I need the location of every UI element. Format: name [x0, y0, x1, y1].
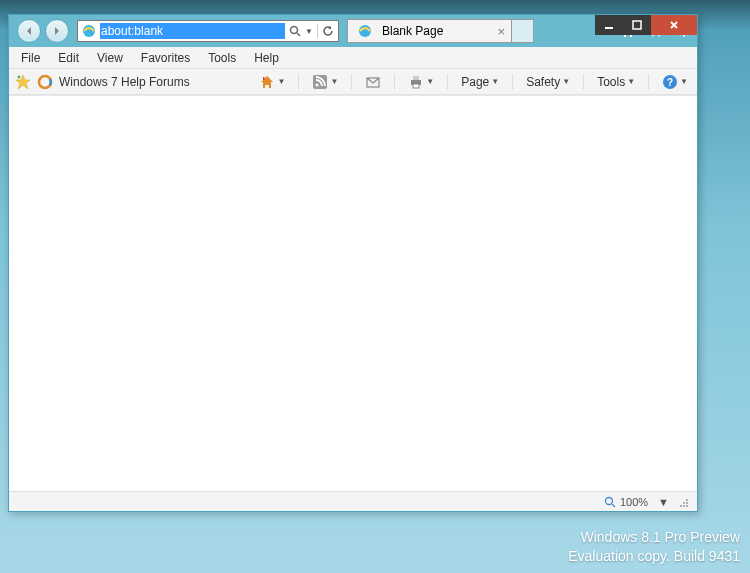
ie-logo-icon [357, 23, 373, 39]
svg-rect-1 [633, 21, 641, 29]
arrow-right-icon [52, 26, 62, 36]
new-tab-button[interactable] [512, 19, 534, 43]
cmd-tools-menu[interactable]: Tools ▼ [594, 73, 638, 91]
cmd-home-button[interactable]: ▼ [256, 72, 288, 92]
watermark-line2: Evaluation copy. Build 9431 [568, 547, 740, 567]
chevron-down-icon: ▼ [680, 77, 688, 86]
menu-view[interactable]: View [89, 49, 131, 67]
svg-text:?: ? [667, 77, 673, 88]
chevron-down-icon[interactable]: ▼ [658, 496, 669, 508]
menu-favorites[interactable]: Favorites [133, 49, 198, 67]
forward-button[interactable] [45, 19, 69, 43]
svg-line-4 [297, 33, 300, 36]
magnifier-icon [604, 496, 616, 508]
svg-point-18 [316, 83, 319, 86]
home-icon [259, 74, 275, 90]
minimize-button[interactable] [595, 15, 623, 35]
help-icon: ? [662, 74, 678, 90]
svg-rect-22 [413, 84, 419, 88]
cmd-page-label: Page [461, 75, 489, 89]
rss-icon [312, 74, 328, 90]
cmd-page-menu[interactable]: Page ▼ [458, 73, 502, 91]
cmd-mail-button[interactable] [362, 72, 384, 92]
tab-close-button[interactable]: × [497, 25, 505, 38]
svg-point-15 [39, 76, 51, 88]
zoom-value: 100% [620, 496, 648, 508]
mail-icon [365, 74, 381, 90]
cmd-feeds-button[interactable]: ▼ [309, 72, 341, 92]
svg-rect-0 [605, 27, 613, 29]
cmd-safety-label: Safety [526, 75, 560, 89]
close-button[interactable] [651, 15, 697, 35]
svg-point-3 [291, 27, 298, 34]
window-controls [585, 15, 697, 35]
url-text[interactable]: about:blank [100, 23, 285, 39]
menu-tools[interactable]: Tools [200, 49, 244, 67]
svg-point-28 [683, 505, 685, 507]
chevron-down-icon: ▼ [562, 77, 570, 86]
search-icon[interactable] [289, 25, 301, 37]
menu-edit[interactable]: Edit [50, 49, 87, 67]
menu-file[interactable]: File [13, 49, 48, 67]
ie-window: about:blank ▼ Blank Page × File Edit V [8, 14, 698, 512]
menu-help[interactable]: Help [246, 49, 287, 67]
bookmark-link[interactable]: Windows 7 Help Forums [59, 75, 190, 89]
cmd-tools-label: Tools [597, 75, 625, 89]
svg-point-25 [605, 497, 612, 504]
printer-icon [408, 74, 424, 90]
svg-point-30 [680, 505, 682, 507]
chevron-down-icon: ▼ [426, 77, 434, 86]
svg-point-31 [683, 502, 685, 504]
browser-tab[interactable]: Blank Page × [347, 19, 512, 43]
site-favicon-icon [37, 74, 53, 90]
svg-rect-21 [413, 76, 419, 80]
desktop-watermark: Windows 8.1 Pro Preview Evaluation copy.… [568, 528, 740, 567]
arrow-left-icon [24, 26, 34, 36]
watermark-line1: Windows 8.1 Pro Preview [568, 528, 740, 548]
status-bar: 100% ▼ [9, 491, 697, 511]
zoom-control[interactable]: 100% ▼ [604, 496, 669, 508]
ie-logo-icon [81, 23, 97, 39]
address-bar[interactable]: about:blank ▼ [77, 20, 339, 42]
add-favorite-icon[interactable] [15, 74, 31, 90]
chevron-down-icon: ▼ [491, 77, 499, 86]
chevron-down-icon: ▼ [330, 77, 338, 86]
favorites-bar: Windows 7 Help Forums ▼ ▼ ▼ Pa [9, 69, 697, 95]
chevron-down-icon: ▼ [627, 77, 635, 86]
svg-line-26 [612, 504, 615, 507]
page-content [9, 95, 697, 491]
refresh-icon[interactable] [322, 25, 334, 37]
tab-title: Blank Page [382, 24, 443, 38]
svg-point-32 [686, 499, 688, 501]
cmd-help-button[interactable]: ? ▼ [659, 72, 691, 92]
resize-grip-icon[interactable] [677, 496, 689, 508]
menu-bar: File Edit View Favorites Tools Help [9, 47, 697, 69]
back-button[interactable] [17, 19, 41, 43]
maximize-button[interactable] [623, 15, 651, 35]
svg-rect-16 [263, 77, 265, 80]
svg-point-27 [686, 505, 688, 507]
svg-point-29 [686, 502, 688, 504]
cmd-safety-menu[interactable]: Safety ▼ [523, 73, 573, 91]
chevron-down-icon: ▼ [277, 77, 285, 86]
search-dropdown-icon[interactable]: ▼ [305, 27, 313, 36]
cmd-print-button[interactable]: ▼ [405, 72, 437, 92]
